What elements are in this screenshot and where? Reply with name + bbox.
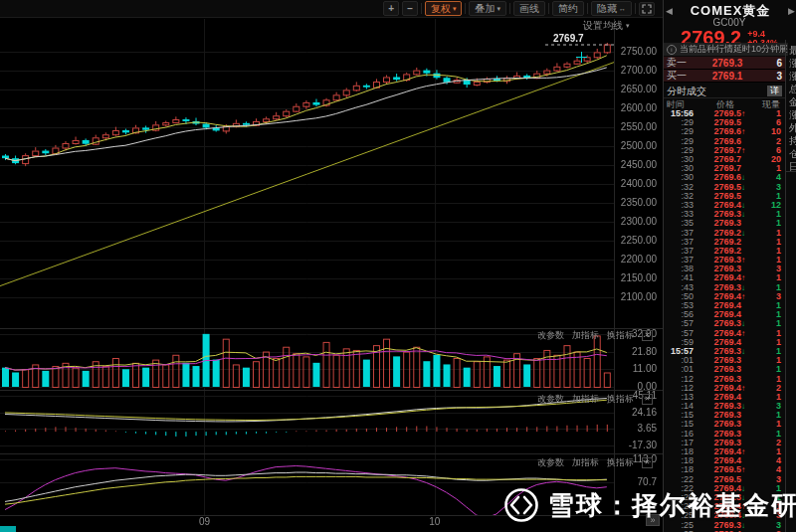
switch-indicator-button[interactable]: 换指标 xyxy=(607,393,634,406)
clipped-stat-label: 涨 xyxy=(789,70,796,84)
tick-arrow-icon: ↑ xyxy=(741,146,750,155)
add-indicator-button[interactable]: 加指标 xyxy=(572,456,599,469)
bid-label: 买一 xyxy=(664,69,693,83)
delay-notice: i 当前品种行情延时10分钟展示 xyxy=(664,43,788,56)
toolbar-divider xyxy=(548,3,549,14)
change-params-button[interactable]: 改参数 xyxy=(537,329,564,342)
tick-arrow-icon: ↑ xyxy=(741,109,750,118)
clipped-stat-label: 涨 xyxy=(789,108,796,122)
info-icon: i xyxy=(667,45,677,55)
kdj-panel-controls: 改参数 加指标 换指标 ✕ xyxy=(537,456,653,469)
tick-arrow-icon: ↓ xyxy=(741,347,750,356)
chart-toolbar: + − 复权 ▾ 叠加 ▾ 画线 简约 隐藏 ↔ xyxy=(0,0,663,18)
clipped-stat-label: 日 xyxy=(789,160,796,174)
add-indicator-button[interactable]: 加指标 xyxy=(572,329,599,342)
tape-title: 分时成交 xyxy=(664,85,706,98)
tape-detail-button[interactable]: 详 xyxy=(767,86,782,96)
bid-row[interactable]: 买一 2769.1 3 xyxy=(664,70,785,83)
watermark: 雪球：择尔裕基金研究 xyxy=(502,486,796,524)
tick-arrow-icon: ↓ xyxy=(741,229,750,238)
tick-arrow-icon: ↓ xyxy=(741,319,750,328)
clipped-stat-label: 仓 xyxy=(789,147,796,161)
tape-volume: 1 xyxy=(750,365,785,374)
tape-time: :35 xyxy=(664,219,694,228)
ask-price: 2769.3 xyxy=(693,58,762,69)
switch-indicator-button[interactable]: 换指标 xyxy=(607,329,634,342)
tick-arrow-icon: ↑ xyxy=(741,256,750,265)
toolbar-divider xyxy=(587,3,588,14)
next-symbol-icon[interactable]: ▶ xyxy=(788,6,795,16)
overlay-button[interactable]: 叠加 ▾ xyxy=(469,1,506,16)
tick-arrow-icon: ↑ xyxy=(741,273,750,282)
left-right-arrows-icon: ↔ xyxy=(619,3,626,14)
tape-volume: 1 xyxy=(750,219,785,228)
tick-arrow-icon: ↑ xyxy=(741,292,750,301)
toolbar-divider xyxy=(421,3,422,14)
chevron-down-icon: ▾ xyxy=(453,3,457,14)
clipped-stat-label: 金 xyxy=(789,95,796,109)
adjust-price-button[interactable]: 复权 ▾ xyxy=(425,1,463,16)
toolbar-divider xyxy=(635,3,636,14)
change-params-button[interactable]: 改参数 xyxy=(537,393,564,406)
clipped-stat-label: 外 xyxy=(789,121,796,135)
chevron-down-icon: ▾ xyxy=(497,3,500,14)
zoom-out-button[interactable]: − xyxy=(402,1,418,16)
clipped-stat-label: 持 xyxy=(789,134,796,148)
overlay-label: 叠加 xyxy=(475,3,495,14)
adjust-price-label: 复权 xyxy=(431,3,451,14)
clipped-stat-label: 涨 xyxy=(789,57,796,71)
tape-price: 2769.3 xyxy=(694,365,741,374)
kline-chart-canvas[interactable] xyxy=(0,0,663,532)
ma-settings-button[interactable]: 设置均线 ▾ xyxy=(583,19,630,33)
draw-line-button[interactable]: 画线 xyxy=(513,1,545,16)
change-params-button[interactable]: 改参数 xyxy=(537,456,564,469)
delay-notice-text: 当前品种行情延时10分钟展示 xyxy=(680,43,788,56)
hide-panel-button[interactable]: 隐藏 ↔ xyxy=(591,1,632,16)
tick-arrow-icon: ↓ xyxy=(741,183,750,192)
tick-arrow-icon: ↓ xyxy=(741,173,750,182)
tape-time: :01 xyxy=(664,365,694,374)
simple-mode-button[interactable]: 简约 xyxy=(552,1,584,16)
tick-arrow-icon: ↓ xyxy=(741,210,750,219)
tape-price: 2769.3 xyxy=(694,219,741,228)
ma-settings-label: 设置均线 xyxy=(583,19,623,33)
tick-arrow-icon: ↑ xyxy=(741,329,750,338)
tick-arrow-icon: ↓ xyxy=(741,283,750,292)
clipped-stat-label: 最 xyxy=(789,44,796,58)
clipped-stat-label: 总 xyxy=(789,83,796,96)
zoom-in-button[interactable]: + xyxy=(383,1,399,16)
ask-volume: 6 xyxy=(762,58,785,69)
volume-panel-controls: 改参数 加指标 换指标 ✕ xyxy=(537,329,653,342)
watermark-text: 雪球：择尔裕基金研究 xyxy=(548,488,796,523)
close-icon[interactable]: ✕ xyxy=(642,394,653,405)
add-indicator-button[interactable]: 加指标 xyxy=(572,393,599,406)
tick-arrow-icon: ↑ xyxy=(741,447,750,456)
tick-arrow-icon: ↑ xyxy=(741,384,750,393)
tick-arrow-icon: ↓ xyxy=(741,201,750,210)
tape-list[interactable]: 15:562769.5↑1:292769.56:292769.6↑10:2927… xyxy=(664,109,785,532)
toolbar-divider xyxy=(509,3,510,14)
bid-volume: 3 xyxy=(762,71,785,82)
chevron-down-icon: ▾ xyxy=(626,22,630,30)
tape-header: 分时成交 详 xyxy=(664,85,785,98)
tick-arrow-icon: ↑ xyxy=(741,465,750,474)
macd-panel-controls: 改参数 加指标 换指标 ✕ xyxy=(537,393,653,406)
switch-indicator-button[interactable]: 换指标 xyxy=(607,456,634,469)
bid-price: 2769.1 xyxy=(693,71,762,82)
ask-label: 卖一 xyxy=(664,56,693,70)
tick-arrow-icon: ↓ xyxy=(741,402,750,411)
close-icon[interactable]: ✕ xyxy=(642,457,653,468)
fullscreen-icon[interactable] xyxy=(639,2,655,16)
xueqiu-logo-icon xyxy=(502,486,540,524)
tick-arrow-icon: ↑ xyxy=(741,127,750,136)
prev-symbol-icon[interactable]: ◀ xyxy=(666,6,673,16)
toolbar-divider xyxy=(465,3,466,14)
hide-label: 隐藏 xyxy=(597,3,617,14)
clipped-stats-column: 最涨涨总金涨外持仓日 xyxy=(785,40,796,532)
quote-panel: ◀ COMEX黄金 ▶ GC00Y 2769.2 +9.4 +0.34% i 当… xyxy=(663,0,796,532)
close-icon[interactable]: ✕ xyxy=(642,330,653,341)
